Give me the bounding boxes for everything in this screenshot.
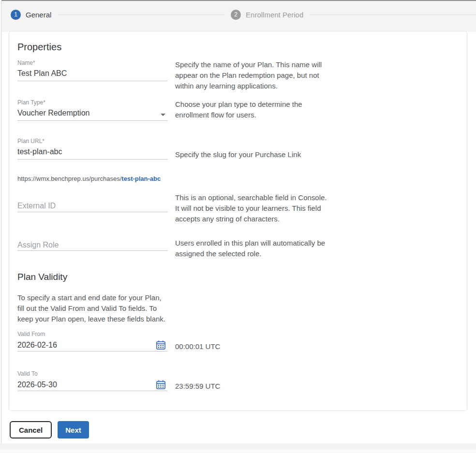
left-border <box>1 1 1 443</box>
stepper-connector <box>58 15 224 15</box>
wizard-stepper: 1 General 2 Enrollment Period <box>1 0 476 32</box>
name-label: Name* <box>17 59 167 66</box>
plan-type-field-row: Plan Type* Voucher Redemption Choose you… <box>17 99 459 121</box>
plan-type-help-text: Choose your plan type to determine the e… <box>175 99 321 121</box>
valid-to-field-row: Valid To 2026-05-30 23:59:59 UTC <box>17 370 459 391</box>
step-2-badge: 2 <box>231 10 241 20</box>
calendar-icon[interactable] <box>156 340 166 350</box>
valid-to-label: Valid To <box>17 370 167 377</box>
valid-to-time: 23:59:59 UTC <box>175 370 220 391</box>
step-1-label: General <box>26 11 51 19</box>
step-enrollment-period[interactable]: 2 Enrollment Period <box>231 10 303 20</box>
assign-role-input[interactable]: Assign Role <box>17 240 167 251</box>
next-button[interactable]: Next <box>58 421 89 438</box>
form-actions: Cancel Next <box>10 421 476 438</box>
plan-url-help-text: Specify the slug for your Purchase Link <box>175 138 321 160</box>
cancel-button[interactable]: Cancel <box>10 421 52 438</box>
valid-to-input[interactable]: 2026-05-30 <box>17 380 167 391</box>
name-input[interactable]: Test Plan ABC <box>17 68 167 81</box>
step-1-badge: 1 <box>11 10 21 20</box>
purchase-link-preview: https://wmx.benchprep.us/purchases/test-… <box>17 175 459 182</box>
calendar-icon[interactable] <box>156 380 166 390</box>
plan-type-label: Plan Type* <box>17 99 167 106</box>
step-general[interactable]: 1 General <box>11 10 51 20</box>
valid-from-field-row: Valid From 2026-02-16 00:00:01 UTC <box>17 331 459 351</box>
stepper-connector <box>310 15 476 15</box>
assign-role-help-text: Users enrolled in this plan will automat… <box>175 238 321 259</box>
external-id-field-row: External ID This is an optional, searcha… <box>17 192 459 224</box>
valid-from-time: 00:00:01 UTC <box>175 331 220 351</box>
footer-band <box>0 443 476 453</box>
name-field-row: Name* Test Plan ABC Specify the name of … <box>17 59 459 91</box>
plan-url-label: Plan URL* <box>17 138 167 145</box>
assign-role-field-row: Assign Role Users enrolled in this plan … <box>17 238 459 259</box>
step-2-label: Enrollment Period <box>246 11 303 19</box>
external-id-input[interactable]: External ID <box>17 201 167 212</box>
name-help-text: Specify the name of your Plan. This name… <box>175 59 321 91</box>
general-form-card: Properties Name* Test Plan ABC Specify t… <box>9 31 467 411</box>
properties-heading: Properties <box>17 42 459 53</box>
plan-validity-heading: Plan Validity <box>17 272 459 282</box>
plan-type-select[interactable]: Voucher Redemption <box>17 108 167 121</box>
valid-from-input[interactable]: 2026-02-16 <box>17 340 167 351</box>
plan-url-input[interactable]: test-plan-abc <box>17 146 167 160</box>
chevron-down-icon <box>161 114 165 116</box>
plan-url-field-row: Plan URL* test-plan-abc Specify the slug… <box>17 138 459 160</box>
purchase-link-prefix: https://wmx.benchprep.us/purchases/ <box>17 175 121 182</box>
external-id-help-text: This is an optional, searchable field in… <box>175 192 321 224</box>
purchase-link-slug[interactable]: test-plan-abc <box>121 175 161 182</box>
valid-from-label: Valid From <box>17 331 167 337</box>
plan-validity-description: To specify a start and end date for your… <box>17 292 167 324</box>
